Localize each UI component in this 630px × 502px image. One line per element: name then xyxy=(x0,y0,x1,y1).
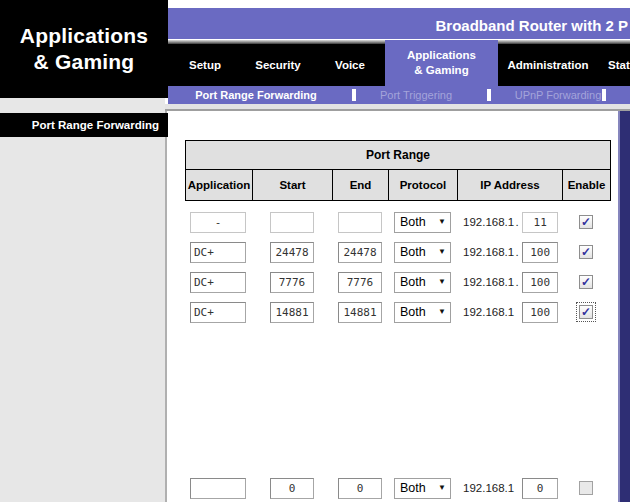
section-logo-line1: Applications xyxy=(0,23,168,49)
ip-last-octet-input[interactable] xyxy=(522,272,558,293)
dropdown-arrow-icon: ▼ xyxy=(438,308,446,316)
default-row-slot: Both▼192.168.1✓ xyxy=(185,473,610,502)
protocol-select[interactable]: Both▼ xyxy=(394,212,451,233)
end-port-input[interactable] xyxy=(338,478,382,499)
protocol-select[interactable]: Both▼ xyxy=(394,272,451,293)
protocol-value: Both xyxy=(400,305,426,319)
ip-last-octet-input[interactable] xyxy=(522,478,558,499)
ip-last-octet-input[interactable] xyxy=(522,212,558,233)
end-port-input[interactable] xyxy=(338,302,382,323)
forwarding-rows: Both▼192.168.1.✓Both▼192.168.1.✓Both▼192… xyxy=(185,201,610,327)
table-title: Port Range xyxy=(186,141,611,170)
tab-security[interactable]: Security xyxy=(255,44,300,86)
ip-separator: . xyxy=(515,246,519,258)
table-cell: 192.168.1 xyxy=(457,478,562,499)
start-port-input[interactable] xyxy=(270,302,314,323)
ip-last-octet-input[interactable] xyxy=(522,302,558,323)
subnav-separator xyxy=(602,89,606,101)
table-cell: Both▼ xyxy=(388,212,457,233)
table-cell: 192.168.1. xyxy=(457,242,562,263)
ip-separator: . xyxy=(515,216,519,228)
protocol-select[interactable]: Both▼ xyxy=(394,478,451,499)
table-cell: Both▼ xyxy=(388,302,457,323)
table-cell xyxy=(252,272,332,293)
dropdown-arrow-icon: ▼ xyxy=(438,218,446,226)
protocol-value: Both xyxy=(400,245,426,259)
table-cell: Both▼ xyxy=(388,242,457,263)
enable-checkbox[interactable]: ✓ xyxy=(579,275,593,289)
table-cell: 192.168.1. xyxy=(457,212,562,233)
table-cell xyxy=(332,212,388,233)
table-row: Both▼192.168.1.✓ xyxy=(185,267,610,297)
end-port-input[interactable] xyxy=(338,272,382,293)
table-row: Both▼192.168.1.✓ xyxy=(185,207,610,237)
page-title: Port Range Forwarding xyxy=(0,113,168,137)
table-row: Both▼192.168.1.✓ xyxy=(185,237,610,267)
ip-prefix: 192.168.1 xyxy=(463,276,514,288)
tab-voice[interactable]: Voice xyxy=(335,44,365,86)
enable-checkbox[interactable]: ✓ xyxy=(579,305,593,319)
port-range-table: Port Range Application Start End Protoco… xyxy=(185,140,610,502)
section-logo-box: Applications & Gaming xyxy=(0,0,168,98)
table-cell: ✓ xyxy=(562,215,610,229)
subnav-upnp-forwarding[interactable]: UPnP Forwarding xyxy=(515,86,602,104)
col-header-end: End xyxy=(333,170,389,201)
enable-checkbox[interactable]: ✓ xyxy=(579,215,593,229)
start-port-input[interactable] xyxy=(270,212,314,233)
table-cell: ✓ xyxy=(562,275,610,289)
enable-checkbox[interactable]: ✓ xyxy=(579,245,593,259)
application-input[interactable] xyxy=(190,478,246,499)
start-port-input[interactable] xyxy=(270,242,314,263)
ip-prefix: 192.168.1 xyxy=(463,216,514,228)
table-cell xyxy=(332,242,388,263)
ip-prefix: 192.168.1 xyxy=(463,246,514,258)
table-cell: Both▼ xyxy=(388,478,457,499)
table-row: Both▼192.168.1✓ xyxy=(185,297,610,327)
tab-setup[interactable]: Setup xyxy=(189,44,221,86)
section-logo-line2: & Gaming xyxy=(0,49,168,75)
table-cell xyxy=(185,302,252,323)
tab-applications-gaming[interactable]: Applications & Gaming xyxy=(385,40,498,86)
tab-administration[interactable]: Administration xyxy=(507,44,588,86)
ip-prefix: 192.168.1 xyxy=(463,306,514,318)
table-cell: Both▼ xyxy=(388,272,457,293)
protocol-select[interactable]: Both▼ xyxy=(394,242,451,263)
router-admin-page: Applications & Gaming Broadband Router w… xyxy=(0,0,630,502)
start-port-input[interactable] xyxy=(270,272,314,293)
tab-status[interactable]: Status xyxy=(608,44,630,86)
enable-checkbox[interactable]: ✓ xyxy=(579,481,593,495)
ip-last-octet-input[interactable] xyxy=(522,242,558,263)
tab-applications-gaming-line1: Applications xyxy=(385,48,498,63)
dropdown-arrow-icon: ▼ xyxy=(438,484,446,492)
application-input[interactable] xyxy=(190,302,246,323)
protocol-select[interactable]: Both▼ xyxy=(394,302,451,323)
table-cell: 192.168.1. xyxy=(457,272,562,293)
end-port-input[interactable] xyxy=(338,242,382,263)
table-cell: ✓ xyxy=(562,481,610,495)
ip-separator: . xyxy=(515,276,519,288)
application-input[interactable] xyxy=(190,242,246,263)
subnav-port-triggering[interactable]: Port Triggering xyxy=(380,86,452,104)
left-sidebar xyxy=(0,98,165,502)
application-input[interactable] xyxy=(190,272,246,293)
dropdown-arrow-icon: ▼ xyxy=(438,248,446,256)
dropdown-arrow-icon: ▼ xyxy=(438,278,446,286)
end-port-input[interactable] xyxy=(338,212,382,233)
empty-rows-gap xyxy=(185,327,610,473)
application-input[interactable] xyxy=(190,212,246,233)
table-cell: ✓ xyxy=(562,305,610,319)
subnav-port-range-forwarding[interactable]: Port Range Forwarding xyxy=(195,86,317,104)
ip-prefix: 192.168.1 xyxy=(463,482,514,494)
table-cell xyxy=(185,272,252,293)
protocol-value: Both xyxy=(400,275,426,289)
right-accent-bar xyxy=(618,111,630,502)
top-title-bar: Broadband Router with 2 P xyxy=(168,8,630,39)
table-cell: ✓ xyxy=(562,245,610,259)
table-cell xyxy=(252,302,332,323)
table-cell xyxy=(332,302,388,323)
table-cell xyxy=(252,242,332,263)
subnav-separator xyxy=(487,89,491,101)
start-port-input[interactable] xyxy=(270,478,314,499)
content-top-strip xyxy=(165,104,630,111)
col-header-ip-address: IP Address xyxy=(458,170,563,201)
